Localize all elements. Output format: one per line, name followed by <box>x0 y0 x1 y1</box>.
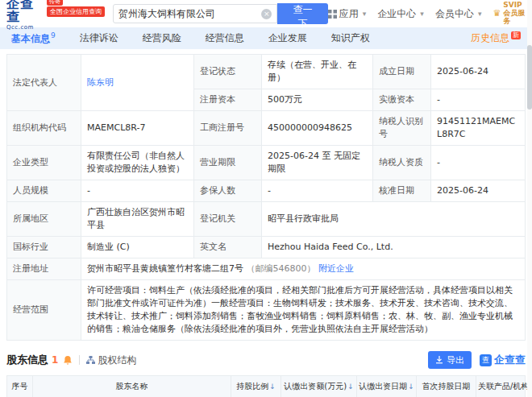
nav-enterprise-center[interactable]: 企业中心 <box>377 7 424 21</box>
field-value-insured-count: - <box>262 180 373 202</box>
field-label-reg-capital: 注册资本 <box>194 89 262 111</box>
qcc-brand-text: 企查查 <box>494 353 526 367</box>
address-text: 贺州市昭平县黄姚镇篁竹村客塘二组7号 <box>87 263 243 274</box>
column-header-ratio[interactable]: 持股比例 <box>231 376 281 397</box>
apps-grid-icon <box>328 10 337 19</box>
download-icon <box>435 356 443 364</box>
field-label-staff-size: 人员规模 <box>7 180 81 202</box>
field-label-establish-date: 成立日期 <box>373 55 431 89</box>
field-label-paid-capital: 实缴资本 <box>373 89 431 111</box>
field-label-taxpayer-qual: 纳税人资质 <box>373 146 431 180</box>
column-header-sub-date[interactable]: 认缴出资日期 <box>357 376 417 397</box>
field-label-biz-reg-no: 工商注册号 <box>194 111 262 146</box>
field-label-taxpayer-id: 纳税人识别号 <box>373 111 431 146</box>
field-value-reg-authority: 昭平县行政审批局 <box>262 202 526 237</box>
export-button[interactable]: 导出 <box>428 351 472 369</box>
tab-bar: 基本信息9 法律诉讼 经营风险 经营信息 企业发展 知识产权 历史信息新 <box>0 27 532 49</box>
tab-legal[interactable]: 法律诉讼 <box>80 31 118 45</box>
field-value-establish-date: 2025-06-24 <box>431 55 526 89</box>
nav-apps-label: 应用 <box>339 7 359 21</box>
field-label-legal-rep: 法定代表人 <box>7 55 81 111</box>
field-value-staff-size: - <box>81 180 194 202</box>
field-label-org-code: 组织机构代码 <box>7 111 81 146</box>
tab-history[interactable]: 历史信息新 <box>471 31 521 45</box>
field-value-business-term: 2025-06-24 至 无固定期限 <box>262 146 373 180</box>
field-value-paid-capital: - <box>431 89 526 111</box>
shareholders-title: 股东信息 <box>6 353 48 367</box>
field-label-company-type: 企业类型 <box>7 146 81 180</box>
field-label-english-name: 英文名 <box>194 237 262 258</box>
export-label: 导出 <box>447 354 464 366</box>
tab-ip[interactable]: 知识产权 <box>331 31 370 45</box>
field-value-industry: 制造业 (C) <box>81 237 194 258</box>
logo-domain: Qcc.com <box>6 25 44 31</box>
column-header-no: 序号 <box>7 376 33 397</box>
crown-icon: ♛ <box>493 9 501 19</box>
field-value-reg-capital: 500万元 <box>262 89 373 111</box>
field-value-english-name: Hezhou Haida Feed Co., Ltd. <box>262 237 526 258</box>
field-value-business-scope: 许可经营项目：饲料生产（依法须经批准的项目，经相关部门批准后方可开展经营活动，具… <box>81 280 526 341</box>
field-value-taxpayer-qual: - <box>431 146 526 180</box>
postal-code: （邮编546800） <box>247 263 316 274</box>
qcc-watermark: 查 企查查 <box>480 353 526 367</box>
column-header-name: 股东名称 <box>33 376 231 397</box>
column-header-related: 关联产品/机构 <box>476 376 526 397</box>
tab-development[interactable]: 企业发展 <box>268 31 307 45</box>
search-button[interactable]: 查一下 <box>277 3 328 24</box>
nav-apps[interactable]: 应用 <box>328 7 367 21</box>
field-value-approval-date: 2025-06-24 <box>431 180 526 202</box>
qcc-logo[interactable]: 企查查 Qcc.com 传奇 全国企业信用查询 <box>6 0 105 31</box>
field-label-reg-status: 登记状态 <box>194 55 262 89</box>
shareholders-table: 序号 股东名称 持股比例 认缴出资额(万元) 认缴出资日期 首次持股日期 关联产… <box>6 375 526 397</box>
svip-sublabel: 会员服务 <box>503 10 526 26</box>
logo-tag: 传奇 <box>47 0 63 6</box>
nav-member-label: 会员中心 <box>435 7 474 21</box>
field-label-industry: 国标行业 <box>7 237 81 258</box>
legal-rep-link[interactable]: 陈东明 <box>87 77 114 88</box>
search-input[interactable] <box>118 8 261 19</box>
field-value-region: 广西壮族自治区贺州市昭平县 <box>81 202 194 237</box>
qcc-brand-icon: 查 <box>480 354 492 366</box>
top-bar: 企查查 Qcc.com 传奇 全国企业信用查询 × 查一下 应用 企业中心 会员… <box>0 0 532 27</box>
nav-enterprise-label: 企业中心 <box>377 7 416 21</box>
nearby-companies-link[interactable]: 附近企业 <box>318 263 354 274</box>
logo-ribbon: 全国企业信用查询 <box>47 6 105 18</box>
nav-member-center[interactable]: 会员中心 <box>435 7 482 21</box>
field-label-business-term: 营业期限 <box>194 146 262 180</box>
field-value-address: 贺州市昭平县黄姚镇篁竹村客塘二组7号 （邮编546800） 附近企业 <box>81 258 526 280</box>
scrollbar-thumb[interactable] <box>527 45 532 110</box>
field-label-region: 所属地区 <box>7 202 81 237</box>
bell-icon[interactable] <box>63 355 73 366</box>
field-label-address: 注册地址 <box>7 258 81 280</box>
shareholders-section-header: 股东信息 1 股权结构 导出 查 企查查 <box>6 350 526 370</box>
field-label-insured-count: 参保人数 <box>194 180 262 202</box>
field-value-biz-reg-no: 450000000948625 <box>262 111 373 146</box>
field-value-org-code: MAEMCL8R-7 <box>81 111 194 146</box>
scrollbar-track[interactable] <box>527 0 532 397</box>
shareholders-count: 1 <box>52 354 58 366</box>
divider <box>79 355 80 365</box>
tab-operation[interactable]: 经营信息 <box>206 31 244 45</box>
column-header-first-date: 首次持股日期 <box>417 376 476 397</box>
new-badge: 新 <box>511 31 521 39</box>
tab-basic-info[interactable]: 基本信息9 <box>11 31 56 46</box>
tab-basic-count: 9 <box>51 31 56 39</box>
equity-structure-label: 股权结构 <box>98 354 136 367</box>
field-value-company-type: 有限责任公司（非自然人投资或控股的法人独资） <box>81 146 194 180</box>
equity-structure-link[interactable]: 股权结构 <box>86 354 136 367</box>
company-info-table: 法定代表人 陈东明 登记状态 存续（在营、开业、在册） 成立日期 2025-06… <box>6 54 526 341</box>
tab-risk[interactable]: 经营风险 <box>143 31 181 45</box>
field-value-taxpayer-id: 91451121MAEMCL8R7C <box>431 111 526 146</box>
field-value-legal-rep: 陈东明 <box>81 55 194 111</box>
org-chart-icon <box>86 356 95 365</box>
field-label-reg-authority: 登记机关 <box>194 202 262 237</box>
logo-text: 企查查 <box>6 0 44 23</box>
svip-badge[interactable]: ♛ SVIP 会员服务 <box>493 2 526 26</box>
field-label-business-scope: 经营范围 <box>7 280 81 341</box>
field-label-approval-date: 核准日期 <box>373 180 431 202</box>
field-value-reg-status: 存续（在营、开业、在册） <box>262 55 373 89</box>
clear-icon[interactable]: × <box>261 9 272 19</box>
column-header-amount[interactable]: 认缴出资额(万元) <box>281 376 357 397</box>
